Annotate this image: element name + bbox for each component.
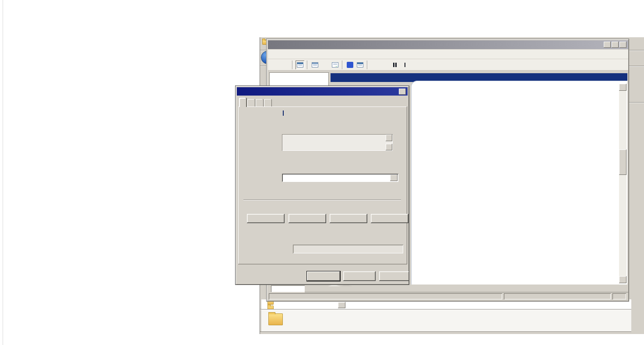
properties-button[interactable] bbox=[310, 60, 319, 69]
explorer-status-panel bbox=[261, 310, 631, 332]
status-cell bbox=[504, 293, 611, 299]
folder-icon bbox=[268, 313, 283, 325]
menu-bar bbox=[268, 50, 628, 59]
toolbar-separator bbox=[307, 60, 308, 69]
status-bar bbox=[268, 293, 628, 300]
vertical-scrollbar[interactable] bbox=[619, 84, 626, 283]
help-icon bbox=[347, 62, 353, 68]
screen: → bbox=[0, 0, 644, 345]
toolbar-separator bbox=[367, 60, 368, 69]
startparameter-input[interactable] bbox=[293, 245, 403, 253]
abbrechen-button[interactable] bbox=[343, 271, 376, 281]
menu-hilfe[interactable] bbox=[289, 53, 296, 55]
services-title-bar[interactable] bbox=[268, 40, 628, 49]
tab-erweitert[interactable] bbox=[328, 285, 340, 286]
view-tabs-spacer bbox=[271, 285, 305, 292]
tree-item-dienste-lokal[interactable] bbox=[270, 73, 328, 75]
dialog-tabs bbox=[239, 98, 272, 107]
back-button[interactable] bbox=[271, 60, 279, 69]
starttyp-combobox[interactable] bbox=[282, 174, 398, 182]
help-button[interactable] bbox=[345, 60, 354, 69]
scroll-down-button[interactable] bbox=[619, 276, 626, 283]
console-tree-icon bbox=[297, 62, 303, 68]
toolbar-separator bbox=[292, 60, 293, 69]
scroll-up-button[interactable] bbox=[619, 84, 626, 91]
menu-aktion[interactable] bbox=[275, 53, 282, 55]
properties-icon bbox=[312, 62, 318, 68]
services-list-panel bbox=[411, 81, 627, 285]
beenden-button[interactable] bbox=[289, 214, 326, 223]
starten-button[interactable] bbox=[247, 214, 285, 223]
restart-icon bbox=[405, 63, 406, 67]
dialog-close-button[interactable] bbox=[399, 89, 406, 95]
tab-abhaengigkeiten[interactable] bbox=[264, 99, 272, 107]
extended-view-icon bbox=[357, 62, 363, 68]
scroll-up-button[interactable] bbox=[386, 135, 392, 141]
scroll-down-button[interactable] bbox=[386, 144, 392, 150]
explorer-dropdown-button[interactable] bbox=[338, 302, 345, 308]
fortsetzen-button[interactable] bbox=[371, 214, 408, 223]
properties-dialog bbox=[235, 85, 409, 285]
gutter-fold-line bbox=[3, 0, 3, 345]
tab-anmelden[interactable] bbox=[247, 99, 255, 107]
tab-wiederherstellung[interactable] bbox=[256, 99, 264, 107]
view-tabs-baseline bbox=[305, 292, 628, 292]
view-tab-strip bbox=[328, 285, 352, 286]
extended-view-button[interactable] bbox=[355, 60, 364, 69]
status-cell bbox=[269, 293, 502, 299]
show-console-tree-button[interactable] bbox=[296, 60, 304, 69]
pause-service-button[interactable] bbox=[391, 60, 399, 69]
ok-button[interactable] bbox=[307, 271, 340, 281]
status-cell bbox=[612, 293, 626, 299]
beschreibung-scrollbar[interactable] bbox=[386, 135, 392, 150]
forward-button[interactable] bbox=[281, 60, 289, 69]
beschreibung-textarea[interactable] bbox=[282, 134, 393, 151]
view-tabs bbox=[268, 285, 628, 292]
dialog-divider bbox=[243, 199, 401, 200]
dialog-title-bar[interactable] bbox=[237, 87, 408, 96]
minimize-button[interactable] bbox=[604, 42, 611, 48]
pause-icon bbox=[393, 63, 397, 67]
dienstname-value[interactable] bbox=[283, 110, 284, 116]
toolbar: → bbox=[268, 59, 628, 71]
dialog-tab-page bbox=[238, 107, 407, 264]
stop-service-button[interactable] bbox=[380, 60, 389, 69]
refresh-button[interactable] bbox=[320, 60, 329, 69]
combo-dropdown-button[interactable] bbox=[390, 174, 398, 181]
tab-allgemein[interactable] bbox=[239, 98, 247, 107]
uebernehmen-button[interactable] bbox=[379, 271, 409, 281]
menu-datei[interactable] bbox=[268, 53, 275, 55]
scrollbar-thumb[interactable] bbox=[619, 149, 626, 175]
tab-standard[interactable] bbox=[340, 285, 352, 286]
export-list-button[interactable]: → bbox=[331, 60, 339, 69]
toolbar-separator bbox=[342, 60, 343, 69]
close-button[interactable] bbox=[619, 42, 626, 48]
start-service-button[interactable] bbox=[370, 60, 379, 69]
anhalten-button[interactable] bbox=[330, 214, 367, 223]
restart-service-button[interactable] bbox=[401, 60, 409, 69]
export-list-icon: → bbox=[332, 62, 338, 68]
menu-ansicht[interactable] bbox=[282, 53, 289, 55]
maximize-button[interactable] bbox=[612, 42, 619, 48]
explorer-bottom-border bbox=[260, 331, 631, 332]
